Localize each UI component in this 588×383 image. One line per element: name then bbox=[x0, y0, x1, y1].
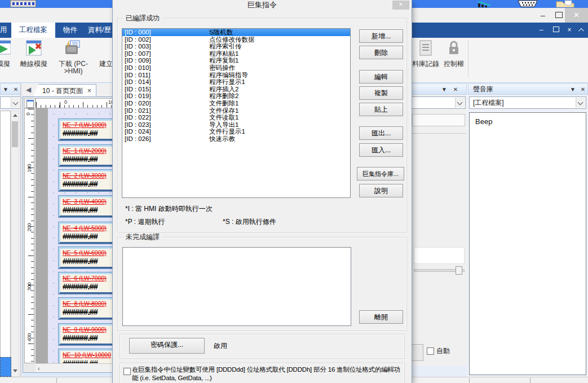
macro-list-item[interactable]: [ID : 019]程序删除2 bbox=[122, 93, 350, 100]
macro-list-item[interactable]: [ID : 011]程序编辑指导 bbox=[122, 72, 350, 79]
macro-list-item[interactable]: [ID : 000]S随机数 bbox=[122, 29, 350, 36]
password-protect-button[interactable]: 密碼保護... bbox=[129, 338, 205, 354]
macro-list-item[interactable]: [ID : 024]文件行显示1 bbox=[122, 128, 350, 135]
numeric-display-widget[interactable]: NE_6 (LW-7000)######.## bbox=[59, 272, 113, 294]
macro-library-button[interactable]: 巨集指令庫... bbox=[357, 167, 404, 181]
panel-menu-icon[interactable]: ▼ bbox=[2, 86, 10, 94]
left-panel-selected-item[interactable] bbox=[0, 357, 11, 377]
macro-list-item[interactable]: [ID : 026]快速示教 bbox=[122, 135, 350, 143]
import-button[interactable]: 匯入... bbox=[359, 143, 403, 157]
slider-thumb[interactable] bbox=[456, 266, 462, 275]
numeric-display-widget[interactable]: NE_8 (LW-8000)######.## bbox=[59, 298, 113, 319]
left-panel-combobox[interactable] bbox=[0, 96, 21, 109]
middle-panel-button[interactable] bbox=[410, 344, 423, 361]
macro-id: [ID : 002] bbox=[125, 36, 151, 43]
widget-address-label: NE_5 (LW-6000) bbox=[63, 249, 113, 256]
ribbon-close-icon[interactable]: × bbox=[564, 23, 575, 38]
ribbon-collapse-icon[interactable] bbox=[576, 23, 587, 38]
panel-menu-icon[interactable]: ▼ bbox=[569, 86, 577, 94]
tab-nav-left-icon[interactable]: ◀ bbox=[26, 86, 31, 94]
numeric-display-widget[interactable]: NE_2 (LW-3000)######.## bbox=[59, 170, 113, 191]
tab-close-icon[interactable]: × bbox=[87, 87, 91, 95]
design-canvas[interactable]: NE_7 (LW-1000)######.##NE_1 (LW-2000)###… bbox=[36, 108, 113, 363]
panel-splitter[interactable] bbox=[20, 83, 21, 383]
edit-button[interactable]: 編輯 bbox=[359, 70, 403, 83]
sound-source-combobox[interactable]: [工程檔案] bbox=[469, 96, 586, 109]
macro-list-item[interactable]: [ID : 009]程序复制1 bbox=[122, 57, 350, 64]
ruler-corner-button[interactable] bbox=[24, 98, 36, 108]
widget-address-label: NE_10 (LW-10000 bbox=[63, 351, 113, 358]
numeric-display-widget[interactable]: NE_3 (LW-4000)######.## bbox=[59, 196, 113, 217]
checkbox-box[interactable] bbox=[427, 347, 434, 355]
scroll-left-icon[interactable]: ‹ bbox=[38, 365, 40, 372]
panel-close-icon[interactable]: ✕ bbox=[579, 86, 587, 94]
numeric-display-widget[interactable]: NE_1 (LW-2000)######.## bbox=[59, 145, 113, 166]
page-tab[interactable]: 10 - 首页页面× bbox=[33, 84, 96, 97]
vga-connector-icon[interactable] bbox=[516, 0, 539, 7]
address-format-checkbox[interactable] bbox=[123, 368, 131, 375]
auto-checkbox[interactable]: 自動 bbox=[427, 346, 450, 356]
paste-button[interactable]: 貼上 bbox=[359, 103, 403, 116]
scrollbar-thumb[interactable] bbox=[12, 121, 18, 147]
macro-list-item[interactable]: [ID : 007]程序粘贴1 bbox=[122, 50, 350, 58]
tool-control[interactable]: 控制權 bbox=[442, 39, 466, 68]
combo-dropdown-icon[interactable] bbox=[455, 98, 465, 108]
editor-bottom-strip bbox=[23, 373, 114, 377]
macro-list-item[interactable]: [ID : 015]程序插入2 bbox=[122, 86, 350, 93]
tab-project[interactable]: 工程檔案 bbox=[11, 23, 55, 38]
tool-simulate[interactable]: 模擬 bbox=[0, 39, 15, 68]
folder-icon[interactable] bbox=[556, 0, 575, 7]
macro-list-item[interactable]: [ID : 023]导入导出1 bbox=[122, 121, 350, 129]
chart-icon[interactable] bbox=[477, 0, 495, 7]
help-button[interactable]: 說明 bbox=[359, 184, 403, 197]
numeric-display-widget[interactable]: NE_4 (LW-5000)######.## bbox=[59, 222, 113, 244]
numeric-display-widget[interactable]: NE_5 (LW-6000)######.## bbox=[59, 247, 113, 268]
tool-offline-sim[interactable]: 離線模擬 bbox=[15, 39, 53, 68]
minimize-button[interactable]: – bbox=[534, 8, 551, 23]
hmi-device-icon[interactable] bbox=[10, 0, 36, 7]
exit-button[interactable]: 離開 bbox=[359, 310, 403, 324]
export-button[interactable]: 匯出... bbox=[359, 126, 403, 140]
ribbon-restore-icon[interactable] bbox=[550, 23, 562, 38]
middle-panel-field[interactable] bbox=[412, 114, 465, 126]
new-button[interactable]: 新增... bbox=[359, 29, 403, 43]
numeric-display-widget[interactable]: NE_7 (LW-1000)######.## bbox=[59, 119, 113, 140]
macro-list-item[interactable]: [ID : 021]文件保存1 bbox=[122, 107, 350, 115]
close-button[interactable]: ✕ bbox=[565, 8, 588, 23]
macro-list-item[interactable]: [ID : 020]文件删除1 bbox=[122, 100, 350, 107]
middle-panel-slider[interactable] bbox=[414, 266, 463, 273]
tool-db-record[interactable]: 料庫記錄 bbox=[412, 39, 440, 68]
macro-name: 点位修改传数据 bbox=[209, 36, 255, 43]
macro-list-item[interactable]: [ID : 003]程序索引传 bbox=[122, 43, 350, 50]
macro-list-item[interactable]: [ID : 022]文件读取1 bbox=[122, 114, 350, 121]
scroll-up-icon[interactable] bbox=[13, 114, 17, 117]
macro-list-item[interactable]: [ID : 014]程序行显示1 bbox=[122, 78, 350, 86]
panel-close-icon[interactable]: ✕ bbox=[12, 86, 20, 94]
sound-list[interactable]: Beep bbox=[469, 112, 586, 375]
tool-download[interactable]: 下載 (PC->HMI) bbox=[56, 39, 90, 75]
combo-dropdown-icon[interactable] bbox=[576, 98, 585, 108]
widget-value-placeholder: ######.## bbox=[63, 256, 113, 266]
numeric-display-widget[interactable]: NE_9 (LW-9000)######.## bbox=[59, 324, 113, 345]
macro-list-item[interactable]: [ID : 002]点位修改传数据 bbox=[122, 36, 350, 43]
page-tab-label: 10 - 首页页面 bbox=[42, 87, 83, 95]
scroll-down-icon[interactable] bbox=[13, 369, 17, 372]
middle-panel-combobox[interactable] bbox=[410, 96, 466, 109]
macro-list[interactable]: [ID : 000]S随机数[ID : 002]点位修改传数据[ID : 003… bbox=[122, 28, 351, 198]
macro-list-item[interactable]: [ID : 010]密码操作 bbox=[122, 64, 350, 72]
uncompiled-list[interactable] bbox=[122, 247, 351, 326]
numeric-display-widget[interactable]: NE_10 (LW-10000######.## bbox=[59, 349, 113, 363]
panel-menu-icon[interactable]: ▼ bbox=[440, 86, 448, 94]
left-panel-scrollbar[interactable] bbox=[11, 111, 19, 377]
left-panel-list[interactable] bbox=[0, 111, 11, 377]
copy-button[interactable]: 複製 bbox=[359, 86, 403, 100]
delete-button[interactable]: 刪除 bbox=[359, 46, 403, 59]
sound-list-item[interactable]: Beep bbox=[475, 117, 492, 126]
canvas-hscrollbar[interactable]: ‹ bbox=[36, 363, 113, 373]
ribbon-minimize-icon[interactable]: – bbox=[536, 23, 547, 38]
panel-close-icon[interactable]: ✕ bbox=[452, 86, 459, 94]
dialog-close-icon[interactable]: × bbox=[392, 1, 409, 10]
widget-value-placeholder: ######.## bbox=[63, 358, 113, 363]
address-checkbox-label: 在巨集指令中位址變數可使用 [DDDDdd] 位址格式取代 [DDDDh] 部分… bbox=[132, 366, 405, 382]
combo-dropdown-icon[interactable] bbox=[11, 98, 20, 108]
